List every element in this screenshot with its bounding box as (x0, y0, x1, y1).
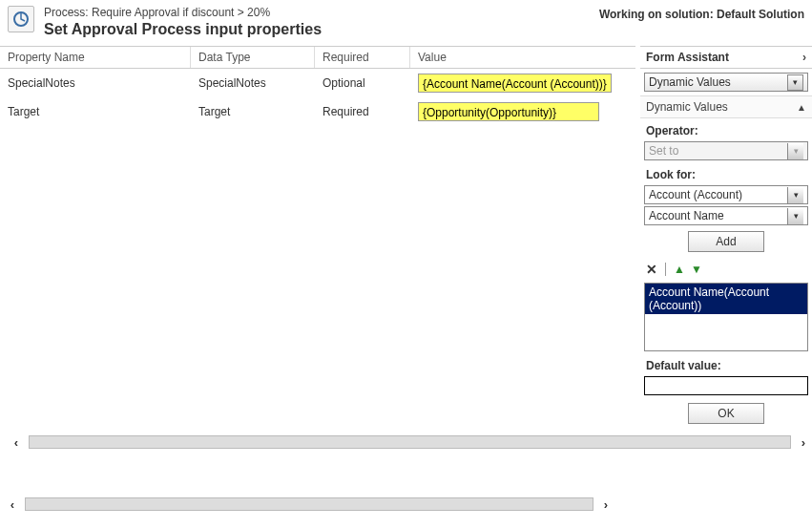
form-assistant-header[interactable]: Form Assistant › (640, 46, 812, 69)
ok-button[interactable]: OK (688, 403, 764, 424)
form-assistant-panel: Form Assistant › Dynamic Values ▾ Dynami… (639, 46, 812, 517)
scroll-left-icon[interactable]: ‹ (8, 434, 25, 450)
lookfor-attribute-dropdown[interactable]: Account Name ▾ (644, 206, 808, 225)
default-value-input[interactable] (644, 376, 808, 395)
scroll-track[interactable] (29, 435, 791, 449)
move-down-icon[interactable]: ▼ (691, 263, 702, 276)
collapse-icon: ▲ (797, 102, 806, 113)
scroll-left-icon[interactable]: ‹ (4, 496, 21, 512)
prop-name: SpecialNotes (0, 73, 191, 94)
grid-row: Target Target Required {Opportunity(Oppo… (0, 97, 635, 126)
chevron-right-icon: › (802, 51, 806, 64)
grid-h-scrollbar[interactable]: ‹ › (4, 496, 614, 513)
process-line: Process: Require Approval if discount > … (44, 6, 599, 19)
prop-type: Target (191, 101, 315, 122)
chevron-down-icon: ▾ (787, 74, 803, 91)
grid-row: SpecialNotes SpecialNotes Optional {Acco… (0, 69, 635, 97)
header-text: Process: Require Approval if discount > … (44, 6, 599, 38)
solution-label: Working on solution: Default Solution (599, 8, 804, 21)
list-toolbar: ✕ ▲ ▼ (640, 258, 812, 281)
value-input-target[interactable]: {Opportunity(Opportunity)} (418, 102, 599, 121)
form-assistant-title: Form Assistant (646, 51, 729, 64)
chevron-down-icon: ▾ (787, 187, 803, 203)
col-required[interactable]: Required (315, 47, 410, 68)
delete-icon[interactable]: ✕ (646, 262, 657, 277)
selected-item[interactable]: Account Name(Account (Account)) (645, 284, 807, 314)
scroll-track[interactable] (25, 497, 593, 511)
separator (665, 263, 666, 276)
assistant-mode-dropdown[interactable]: Dynamic Values ▾ (644, 73, 808, 92)
prop-name: Target (0, 101, 191, 122)
col-value[interactable]: Value (410, 47, 635, 68)
col-property-name[interactable]: Property Name (0, 47, 191, 68)
prop-type: SpecialNotes (191, 73, 315, 94)
process-icon (8, 6, 34, 32)
prop-value-cell: {Account Name(Account (Account))} (410, 70, 635, 96)
header: Process: Require Approval if discount > … (0, 0, 812, 46)
chevron-down-icon: ▾ (787, 143, 803, 159)
chevron-down-icon: ▾ (787, 208, 803, 224)
default-value-label: Default value: (640, 353, 812, 374)
section-label: Dynamic Values (646, 100, 728, 114)
dynamic-values-section[interactable]: Dynamic Values ▲ (640, 95, 812, 118)
selected-values-listbox[interactable]: Account Name(Account (Account)) (644, 283, 808, 351)
value-input-specialnotes[interactable]: {Account Name(Account (Account))} (418, 74, 612, 93)
col-data-type[interactable]: Data Type (191, 47, 315, 68)
scroll-right-icon[interactable]: › (795, 434, 812, 450)
operator-value: Set to (649, 144, 678, 158)
lookfor-attr-value: Account Name (649, 209, 724, 222)
scroll-right-icon[interactable]: › (597, 496, 614, 512)
lookfor-entity-value: Account (Account) (649, 188, 742, 201)
process-name: Require Approval if discount > 20% (92, 6, 270, 19)
panel-h-scrollbar[interactable]: ‹ › (8, 433, 812, 451)
process-prefix: Process: (44, 6, 92, 19)
operator-dropdown[interactable]: Set to ▾ (644, 141, 808, 160)
prop-value-cell: {Opportunity(Opportunity)} (410, 98, 635, 125)
add-button[interactable]: Add (688, 231, 764, 252)
page-title: Set Approval Process input properties (44, 21, 599, 38)
lookfor-label: Look for: (640, 162, 812, 183)
assistant-mode-value: Dynamic Values (649, 75, 731, 89)
grid-header: Property Name Data Type Required Value (0, 46, 635, 69)
lookfor-entity-dropdown[interactable]: Account (Account) ▾ (644, 185, 808, 204)
prop-required: Required (315, 101, 410, 122)
operator-label: Operator: (640, 118, 812, 139)
prop-required: Optional (315, 73, 410, 94)
move-up-icon[interactable]: ▲ (674, 263, 685, 276)
